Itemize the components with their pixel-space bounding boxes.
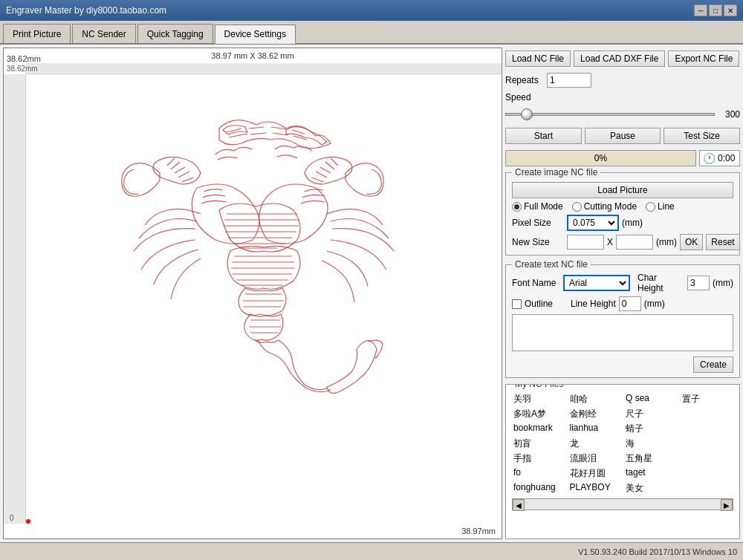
speed-track — [505, 113, 715, 116]
load-cad-dxf-button[interactable]: Load CAD DXF File — [574, 51, 665, 67]
scroll-right-button[interactable]: ▶ — [721, 499, 733, 511]
my-nc-files-title: My NC Files — [512, 384, 566, 389]
nc-file-item[interactable]: 蜻子 — [624, 422, 678, 436]
char-height-label: Char Height — [637, 273, 684, 293]
title-bar: Engraver Master by diy8000.taobao.com ─ … — [0, 0, 743, 21]
new-size-x-input[interactable] — [567, 235, 604, 250]
nc-horizontal-scrollbar[interactable]: ◀ ▶ — [512, 498, 733, 510]
minimize-button[interactable]: ─ — [694, 4, 707, 16]
canvas-ruler-top — [26, 63, 502, 74]
ok-button[interactable]: OK — [680, 234, 703, 250]
nc-file-item[interactable]: 手指 — [512, 452, 565, 466]
test-size-button[interactable]: Test Size — [663, 128, 740, 144]
nc-file-item[interactable]: fonghuang — [512, 481, 565, 495]
main-content: 38.97 mm X 38.62 mm 38.62mm .scorpion-li… — [0, 45, 743, 542]
nc-file-item[interactable]: 龙 — [568, 437, 622, 451]
nc-file-item[interactable]: 尺子 — [624, 407, 678, 421]
load-nc-file-button[interactable]: Load NC File — [505, 51, 571, 67]
progress-percent: 0% — [594, 153, 607, 163]
new-size-label: New Size — [512, 237, 564, 247]
svg-line-28 — [312, 178, 323, 182]
canvas-area: 38.97 mm X 38.62 mm 38.62mm .scorpion-li… — [3, 48, 502, 539]
create-image-nc-title: Create image NC file — [512, 167, 600, 178]
load-picture-button[interactable]: Load Picture — [512, 182, 733, 198]
line-mode-label: Line — [658, 201, 675, 212]
nc-file-item[interactable]: bookmark — [512, 422, 565, 436]
line-mode-radio-circle — [646, 202, 655, 212]
repeats-input[interactable] — [547, 73, 591, 88]
nc-file-item[interactable]: 初盲 — [512, 437, 565, 451]
nc-file-item[interactable]: PLAYBOY — [568, 481, 622, 495]
svg-line-20 — [171, 162, 180, 169]
text-input-area[interactable] — [512, 314, 733, 351]
svg-line-30 — [229, 134, 247, 137]
svg-line-21 — [175, 167, 185, 173]
status-bar: V1.50.93.240 Build 2017/10/13 Windows 10 — [0, 542, 743, 560]
tab-device-settings[interactable]: Device Settings — [215, 25, 296, 44]
cutting-mode-radio[interactable]: Cutting Mode — [572, 201, 637, 212]
create-row: Create — [512, 356, 733, 373]
svg-line-25 — [325, 162, 334, 169]
font-name-select[interactable]: Arial Times New Roman Courier — [563, 275, 630, 291]
nc-file-item[interactable]: Q sea — [624, 392, 678, 406]
nc-file-item[interactable]: 多啦A梦 — [512, 407, 565, 421]
font-row: Font Name Arial Times New Roman Courier … — [512, 273, 733, 293]
svg-line-19 — [167, 158, 175, 166]
line-mode-radio[interactable]: Line — [646, 201, 675, 212]
svg-line-35 — [292, 130, 305, 134]
clock-icon: 🕐 — [703, 152, 716, 164]
line-height-label: Line Height — [571, 299, 616, 309]
repeats-label: Repeats — [505, 75, 542, 85]
full-mode-radio-circle — [512, 202, 522, 212]
nc-file-item[interactable]: 流眼泪 — [568, 452, 622, 466]
nc-file-item[interactable]: 五角星 — [624, 452, 678, 466]
char-height-input[interactable] — [687, 276, 710, 290]
line-height-input[interactable] — [619, 296, 641, 311]
export-nc-file-button[interactable]: Export NC File — [668, 51, 739, 67]
svg-line-24 — [331, 158, 338, 166]
pause-button[interactable]: Pause — [585, 128, 661, 144]
maximize-button[interactable]: □ — [709, 4, 722, 16]
nc-file-item[interactable]: lianhua — [568, 422, 622, 436]
nc-file-item[interactable]: 海 — [624, 437, 678, 451]
svg-line-26 — [320, 167, 331, 173]
nc-file-item — [681, 481, 734, 495]
nc-file-item[interactable]: taget — [624, 466, 678, 481]
create-image-nc-group: Create image NC file Load Picture Full M… — [505, 172, 740, 255]
new-size-y-input[interactable] — [616, 235, 653, 250]
speed-slider-container[interactable] — [505, 107, 715, 122]
clock-display: 🕐 0:00 — [699, 150, 740, 166]
nc-file-item[interactable]: 美女 — [624, 481, 678, 495]
my-nc-files-group: My NC Files 关羽 咱哈 Q sea 置子 多啦A梦 金刚经 尺子 b… — [505, 384, 740, 539]
outline-checkbox[interactable] — [512, 299, 522, 309]
close-button[interactable]: ✕ — [724, 4, 737, 16]
font-name-label: Font Name — [512, 278, 560, 288]
nc-file-item — [681, 437, 734, 451]
window-controls: ─ □ ✕ — [694, 4, 737, 16]
reset-button[interactable]: Reset — [706, 234, 739, 250]
pixel-size-select[interactable]: 0.075 0.1 0.05 — [567, 215, 619, 231]
full-mode-radio[interactable]: Full Mode — [512, 201, 563, 212]
nc-file-item[interactable]: 咱哈 — [568, 392, 622, 406]
start-button[interactable]: Start — [505, 128, 582, 144]
new-size-unit: (mm) — [656, 237, 677, 247]
svg-line-32 — [250, 133, 266, 134]
tab-bar: Print Picture NC Sender Quick Tagging De… — [0, 21, 743, 45]
scroll-track[interactable] — [525, 499, 721, 509]
create-button[interactable]: Create — [693, 356, 733, 373]
origin-zero: 0 — [10, 514, 14, 522]
cutting-mode-radio-circle — [572, 202, 582, 212]
right-panel: Load NC File Load CAD DXF File Export NC… — [505, 45, 743, 542]
tab-quick-tagging[interactable]: Quick Tagging — [137, 24, 213, 43]
clock-time: 0:00 — [718, 153, 735, 163]
speed-thumb[interactable] — [521, 108, 533, 120]
scroll-left-button[interactable]: ◀ — [513, 499, 525, 511]
nc-file-item[interactable]: 花好月圆 — [568, 466, 622, 481]
outline-label: Outline — [525, 299, 553, 309]
nc-file-item[interactable]: 关羽 — [512, 392, 565, 406]
nc-file-item[interactable]: fo — [512, 466, 565, 481]
tab-nc-sender[interactable]: NC Sender — [72, 24, 135, 43]
tab-print-picture[interactable]: Print Picture — [3, 24, 71, 43]
nc-file-item[interactable]: 置子 — [681, 392, 734, 406]
nc-file-item[interactable]: 金刚经 — [568, 407, 622, 421]
